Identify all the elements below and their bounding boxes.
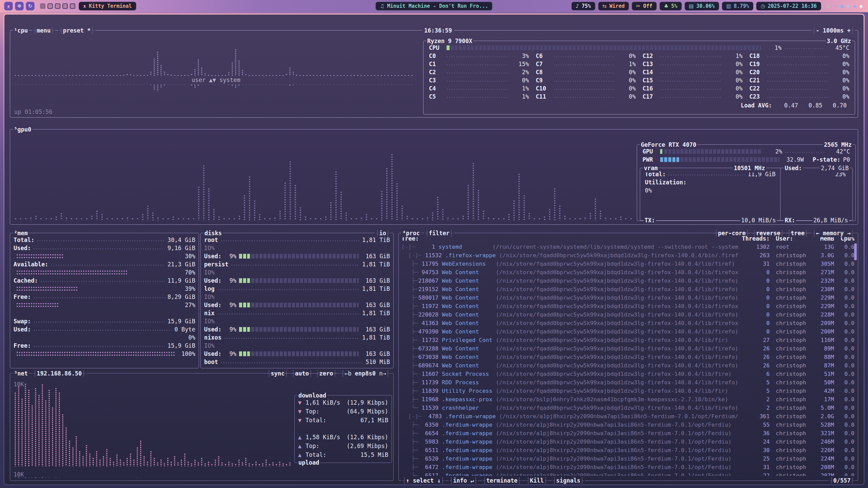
process-row[interactable]: ├─218067 Web Content (/nix/store/fqadd0b… [401, 277, 854, 285]
process-row[interactable]: ├─673038 Web Content (/nix/store/fqadd0b… [401, 353, 854, 361]
bell-tray-icon[interactable]: ● [860, 2, 863, 10]
process-threads: 0 [739, 285, 770, 293]
filter-button[interactable]: ┤filter├ [424, 229, 454, 237]
bluetooth-tray-icon[interactable]: ◆ [853, 2, 856, 10]
process-row[interactable]: ├─479390 Web Content (/nix/store/fqadd0b… [401, 327, 854, 336]
process-row[interactable]: ├─ 11972 Web Content (/nix/store/fqadd0b… [401, 302, 854, 310]
kitty-launcher[interactable]: ᴥ [4, 2, 13, 11]
info-button[interactable]: ┤info ↵├ [449, 476, 478, 484]
net-sync-toggle[interactable]: ┤sync├ [267, 369, 288, 378]
disk-used-pct: 9% [221, 252, 236, 260]
process-row[interactable]: ├─ 6472 .ferdium-wrappe (/nix/store/a1pj… [401, 463, 854, 471]
process-user: christoph [770, 260, 808, 268]
process-row[interactable]: ├─220028 Web Content (/nix/store/fqadd0b… [401, 310, 854, 319]
menu-button[interactable]: ┤menu├ [32, 26, 55, 35]
process-row[interactable]: ├─689674 Web Content (/nix/store/fqadd0b… [401, 361, 854, 370]
process-name: Web Content [442, 319, 496, 327]
idle-module[interactable]: ✂Off [632, 2, 657, 11]
process-user: christoph [770, 327, 808, 336]
core-usage: 0% [725, 76, 743, 84]
process-row[interactable]: [-]─ 4783 .ferdium-wrappe (/nix/store/a1… [401, 412, 854, 421]
process-row[interactable]: ├─ 11968 .keepassxc-prox (/nix/store/bsl… [401, 395, 854, 404]
select-button[interactable]: ┤↑ select ↓├ [401, 476, 445, 484]
process-tree-prefix: ├─ [401, 260, 418, 268]
sort-column-selector[interactable]: ┤← memory →├ [811, 229, 855, 237]
net-zero-toggle[interactable]: ┤zero├ [316, 369, 336, 378]
net-auto-toggle[interactable]: ┤auto├ [292, 369, 312, 378]
net-next-iface-button[interactable]: n→ [376, 369, 386, 378]
process-row[interactable]: ├─ 6350 .ferdium-wrappe (/nix/store/a1pj… [401, 421, 854, 429]
process-user: christoph [770, 454, 808, 463]
process-row[interactable]: ├─219152 Web Content (/nix/store/fqadd0b… [401, 285, 854, 293]
cpu-core-cell: C110% [532, 93, 639, 101]
disk-module[interactable]: ▥8.79% [722, 2, 753, 11]
workspace-2[interactable] [47, 3, 53, 9]
signals-button[interactable]: ┤signals├ [552, 476, 585, 484]
process-row[interactable]: ├─ 6654 .ferdium-wrappe (/nix/store/a1pj… [401, 429, 854, 438]
disk-used-meter [239, 278, 359, 283]
disk-name: boot [204, 358, 218, 366]
check-tray-icon[interactable]: ✔ [827, 2, 830, 10]
process-pid: 1 [415, 243, 439, 251]
process-tree-prefix: ├─ [401, 429, 418, 438]
process-row[interactable]: ├─ 11839 Utility Process (/nix/store/fqa… [401, 387, 854, 395]
net-prev-iface-button[interactable]: ←b [344, 369, 355, 378]
process-row[interactable]: ├─ 5983 .ferdium-wrappe (/nix/store/a1pj… [401, 438, 854, 446]
process-row[interactable]: ├─ 11739 RDD Process (/nix/store/fqadd0b… [401, 378, 854, 387]
cpu-module[interactable]: ♣5% [659, 2, 682, 11]
cpu-core-cell: C210% [746, 76, 853, 84]
proc-option-reverse[interactable]: ┤reverse├ [753, 229, 784, 237]
wave-tray-icon[interactable]: ≈ [834, 2, 837, 10]
process-pid: 11607 [418, 370, 442, 378]
network-module[interactable]: ⇆Wired [598, 2, 629, 11]
memory-stat-value: 9,16 GiB [167, 244, 195, 252]
workspace-4[interactable] [62, 3, 68, 9]
interval-control[interactable]: ┤- 1000ms +├ [811, 26, 855, 35]
cpu-core-cell: C115% [426, 60, 532, 68]
process-tree-prefix: [-]─ [401, 251, 422, 260]
cpu-core-cell: C22% [426, 68, 532, 76]
process-row[interactable]: └─ 11539 crashhelper (/nix/store/fqadd0b… [401, 404, 854, 412]
workspace-3[interactable] [55, 3, 60, 9]
active-window-title[interactable]: ᴥ Kitty Terminal [79, 2, 136, 11]
process-row[interactable]: ├─ 11795 WebExtensions (/nix/store/fqadd… [401, 260, 854, 268]
process-row[interactable]: ├─ 6520 .ferdium-wrappe (/nix/store/a1pj… [401, 454, 854, 463]
process-row[interactable]: ├─ 41363 Web Content (/nix/store/fqadd0b… [401, 319, 854, 327]
process-memory: 229M [808, 302, 834, 310]
nix-launcher[interactable]: ❄ [15, 2, 24, 11]
process-row[interactable]: ├─ 6511 .ferdium-wrappe (/nix/store/a1pj… [401, 446, 854, 454]
process-row[interactable]: ├─ 94753 Web Content (/nix/store/fqadd0b… [401, 268, 854, 277]
net-interface-switcher[interactable]: ┤←b enp8s0 n→├ [340, 369, 391, 378]
cpu-core-cell: C03% [426, 52, 532, 60]
process-user: christoph [770, 277, 808, 285]
proc-option-per-core[interactable]: ┤per-core├ [714, 229, 749, 237]
process-pid: 479390 [418, 327, 442, 336]
process-panel: ⁴proc ┤filter├ ┤per-core├┤reverse├┤tree├… [398, 233, 858, 481]
display-tray-icon[interactable]: ▣ [847, 2, 850, 10]
clock-module[interactable]: ◷2025-07-22 16:36 [756, 2, 821, 11]
memory-module[interactable]: ▤30.06% [685, 2, 719, 11]
process-row[interactable]: [-]─ 11532 .firefox-wrappe (/nix/store/f… [401, 251, 854, 260]
process-scrollbar[interactable] [854, 243, 857, 260]
reload-button[interactable]: ↻ [26, 2, 35, 11]
proc-option-tree[interactable]: ┤tree├ [787, 229, 808, 237]
gpu-pstate-label: P-state: [813, 156, 841, 164]
media-player[interactable]: ♫ Minuit Machine - Don't Run Fro... [375, 2, 492, 11]
io-mode-toggle[interactable]: ┤io├ [375, 229, 391, 237]
process-row[interactable]: ├─ 6517 .ferdium-wrappe (/nix/store/a1pj… [401, 471, 854, 476]
preset-button[interactable]: ┤preset *├ [58, 26, 95, 35]
terminate-button[interactable]: ┤terminate├ [482, 476, 522, 484]
process-row[interactable]: ├─ 11732 Privileged Cont (/nix/store/fqa… [401, 336, 854, 344]
process-row[interactable]: ├─580017 Web Content (/nix/store/fqadd0b… [401, 293, 854, 302]
workspace-5[interactable] [70, 3, 75, 9]
process-row[interactable]: ├─ 11607 Socket Process (/nix/store/fqad… [401, 370, 854, 378]
process-cpu: 0.0 [834, 268, 854, 277]
process-row[interactable]: ├─673288 Web Content (/nix/store/fqadd0b… [401, 344, 854, 353]
volume-module[interactable]: ♪75% [571, 2, 595, 11]
workspace-1[interactable] [40, 3, 45, 9]
process-row[interactable]: [-]─ 1 systemd (/run/current-system/syst… [401, 243, 854, 251]
grid-tray-icon[interactable]: ▦ [840, 2, 843, 10]
process-cpu: 0.0 [834, 438, 854, 446]
process-memory: 232M [808, 277, 834, 285]
kill-button[interactable]: ┤Kill├ [526, 476, 548, 484]
